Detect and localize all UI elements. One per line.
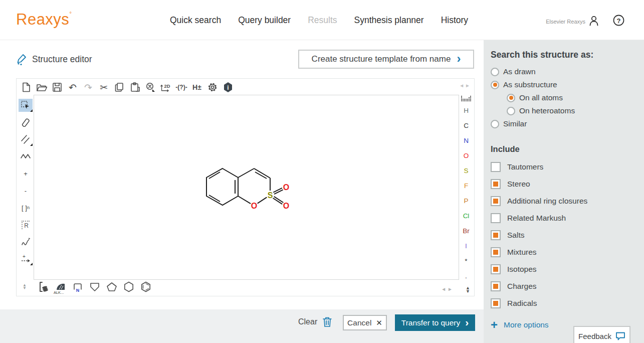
more-options-link[interactable]: + More options [491, 320, 549, 330]
checkbox-indicator[interactable] [491, 230, 501, 240]
settings-gear-icon[interactable] [207, 82, 218, 93]
radio-as-drawn[interactable]: As drawn [491, 65, 575, 78]
element-n[interactable]: N [464, 133, 469, 148]
element-bar-scroll[interactable]: ▲▼ [466, 286, 470, 293]
atom-label-s[interactable]: S [268, 191, 273, 200]
element-c[interactable]: C [464, 118, 469, 133]
undo-icon[interactable]: ↶ [67, 82, 78, 93]
drawing-canvas[interactable]: S O O O [34, 95, 459, 280]
checkbox-indicator[interactable] [491, 179, 501, 189]
element-any[interactable]: * [465, 253, 467, 268]
radio-similar[interactable]: Similar [491, 117, 575, 130]
toolbar-overflow-arrows[interactable]: ◄► [459, 83, 471, 88]
checkbox-label: Radicals [507, 299, 537, 308]
rgroup-tool[interactable]: R [19, 218, 33, 231]
atom-label-o3[interactable]: O [251, 202, 257, 210]
eraser-tool[interactable] [19, 116, 33, 129]
checkbox-indicator[interactable] [491, 298, 501, 308]
checkbox-charges[interactable]: Charges [491, 278, 587, 295]
group-brackets-tool[interactable]: [ ]n [19, 201, 33, 214]
nav-synthesis-planner[interactable]: Synthesis planner [354, 15, 424, 26]
checkbox-mixtures[interactable]: Mixtures [491, 244, 587, 261]
radio-indicator[interactable] [491, 120, 499, 128]
element-p[interactable]: P [464, 193, 468, 208]
cut-icon[interactable]: ✂ [98, 82, 109, 93]
checkbox-tautomers[interactable]: Tautomers [491, 158, 587, 176]
save-icon[interactable] [52, 82, 63, 93]
zoom-options-icon[interactable] [145, 82, 156, 93]
cancel-button[interactable]: Cancel ✕ [343, 315, 387, 330]
checkbox-isotopes[interactable]: Isotopes [491, 261, 587, 278]
info-icon[interactable]: i [223, 82, 234, 93]
cyclohexane-template-icon[interactable] [123, 280, 135, 293]
element-i[interactable]: I [465, 238, 467, 253]
radio-on-all-atoms[interactable]: On all atoms [507, 91, 575, 104]
create-structure-template-button[interactable]: Create structure template from name › [298, 50, 474, 69]
checkbox-indicator[interactable] [491, 162, 501, 172]
radio-indicator[interactable] [491, 81, 499, 89]
radio-indicator[interactable] [491, 68, 499, 76]
redo-icon[interactable]: ↷ [83, 82, 94, 93]
cyclopentane-template-icon[interactable] [106, 280, 118, 293]
element-h[interactable]: H [464, 103, 469, 118]
checkbox-indicator[interactable] [491, 264, 501, 274]
checkbox-radicals[interactable]: Radicals [491, 295, 587, 312]
checkbox-stereo[interactable]: Stereo [491, 176, 587, 193]
clean-2d-icon[interactable]: 2D [160, 82, 171, 93]
template-scroll-spinner[interactable]: ▲▼ [23, 284, 27, 290]
reaxys-logo[interactable]: Reaxys° [16, 11, 72, 29]
cyclopentane-down-template-icon[interactable] [89, 280, 101, 293]
action-bar: Clear Cancel ✕ Transfer to query › [0, 309, 484, 343]
atom-label-o1[interactable]: O [283, 183, 289, 192]
reaction-mapping-tool[interactable] [19, 235, 33, 248]
nav-quick-search[interactable]: Quick search [170, 15, 221, 26]
alkyl-template-icon[interactable]: ALK... [55, 280, 67, 293]
chain-tool[interactable] [19, 150, 33, 163]
radio-as-substructure[interactable]: As substructure [491, 78, 575, 91]
checkbox-indicator[interactable] [491, 213, 501, 223]
checkbox-indicator[interactable] [491, 281, 501, 291]
bond-tool[interactable] [19, 133, 33, 146]
radio-indicator[interactable] [507, 94, 515, 102]
transfer-to-query-button[interactable]: Transfer to query › [395, 314, 475, 331]
checkbox-indicator[interactable] [491, 196, 501, 206]
search-heading: Search this structure as: [491, 50, 593, 60]
query-atom-icon[interactable]: -(?)- [176, 82, 187, 93]
radio-indicator[interactable] [507, 107, 515, 115]
nav-history[interactable]: History [441, 15, 468, 26]
nav-query-builder[interactable]: Query builder [238, 15, 291, 26]
checkbox-additional-ring-closures[interactable]: Additional ring closures [491, 193, 587, 210]
reaction-arrow-tool[interactable]: + [19, 252, 33, 265]
element-s[interactable]: S [464, 163, 468, 178]
element-o[interactable]: O [464, 148, 469, 163]
charge-plus-tool[interactable]: + [19, 167, 33, 180]
canvas-pan-arrows[interactable]: ◄► [441, 286, 454, 292]
paste-icon[interactable] [129, 82, 140, 93]
account-person-icon[interactable] [588, 15, 600, 27]
element-cl[interactable]: Cl [463, 208, 470, 223]
more-options-label: More options [504, 320, 549, 329]
element-dot[interactable]: . [465, 268, 467, 283]
copy-icon[interactable] [114, 82, 125, 93]
element-br[interactable]: Br [463, 223, 470, 238]
element-f[interactable]: F [464, 178, 468, 193]
feedback-button[interactable]: Feedback [573, 326, 630, 343]
clear-button[interactable]: Clear [298, 316, 332, 327]
checkbox-salts[interactable]: Salts [491, 227, 587, 244]
benzene-template-icon[interactable] [140, 280, 152, 293]
radio-label: Similar [503, 119, 527, 128]
atom-label-o2[interactable]: O [283, 202, 289, 210]
template-library-icon[interactable] [38, 280, 50, 293]
open-file-icon[interactable] [36, 82, 47, 93]
molecule-structure[interactable]: S O O O [34, 95, 460, 280]
new-document-icon[interactable] [21, 82, 32, 93]
charge-minus-tool[interactable]: - [19, 184, 33, 197]
checkbox-indicator[interactable] [491, 247, 501, 257]
radio-on-heteroatoms[interactable]: On heteroatoms [507, 104, 575, 117]
checkbox-related-markush[interactable]: Related Markush [491, 210, 587, 227]
periodic-table-icon[interactable] [461, 96, 471, 102]
pyrrolidine-template-icon[interactable]: N [72, 280, 84, 293]
help-icon[interactable]: ? [612, 14, 625, 27]
hydrogens-icon[interactable]: H± [191, 82, 202, 93]
select-tool[interactable] [19, 99, 33, 112]
